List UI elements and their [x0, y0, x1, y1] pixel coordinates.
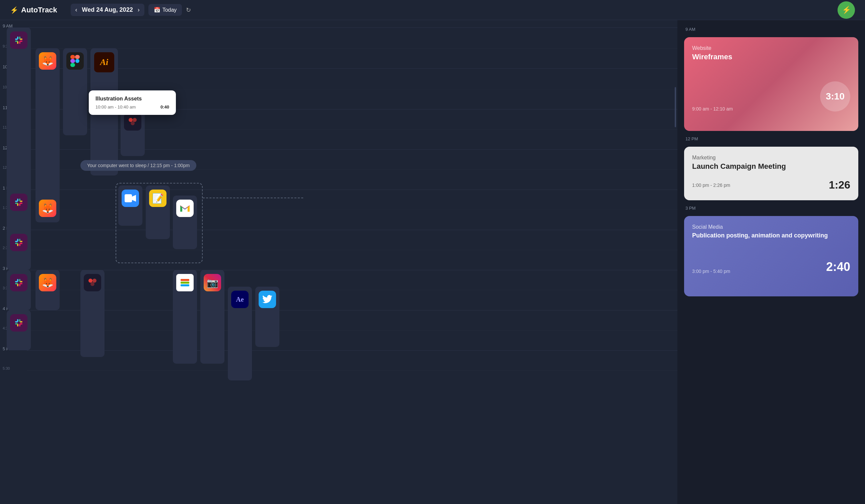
svg-rect-8: [70, 55, 75, 59]
event-category-social: Social Media: [692, 224, 850, 230]
header: ⚡ AutoTrack ‹ Wed 24 Aug, 2022 › 📅 Today…: [0, 0, 865, 20]
svg-point-43: [92, 279, 96, 283]
svg-rect-12: [70, 63, 75, 67]
calendar-icon: 📅: [154, 7, 160, 13]
app-block-slack3[interactable]: [7, 230, 31, 270]
svg-rect-53: [19, 319, 21, 322]
svg-rect-6: [17, 41, 19, 44]
app-block-slack5[interactable]: [7, 310, 31, 350]
refresh-button[interactable]: ↻: [186, 7, 191, 14]
svg-point-42: [89, 279, 92, 283]
app-block-asana[interactable]: [173, 270, 197, 364]
sleep-text: Your computer went to sleep / 12:15 pm -…: [87, 163, 189, 168]
ae-icon-1: Ae: [231, 291, 249, 308]
gmail-icon-1: [176, 200, 194, 217]
illustration-popup: Illustration Assets 10:00 am - 10:40 am …: [89, 91, 176, 115]
social-time-end: 5:40 pm: [713, 269, 730, 274]
svg-rect-23: [19, 203, 21, 206]
svg-rect-22: [17, 203, 19, 206]
marketing-footer: 1:00 pm - 2:26 pm 1:26: [692, 179, 850, 191]
firefox-icon-1: 🦊: [39, 52, 56, 70]
davinci-icon-2: [84, 274, 101, 291]
svg-rect-55: [19, 324, 21, 327]
next-date-button[interactable]: ›: [138, 7, 140, 13]
timeline[interactable]: 9 AM 9:30 10 AM 10:30 11 AM 11:30 12 PM …: [0, 20, 677, 504]
app-block-firefox1[interactable]: 🦊: [35, 48, 60, 209]
event-card-social[interactable]: Social Media Publication posting, animat…: [684, 216, 858, 296]
svg-point-15: [131, 121, 135, 125]
sleep-tooltip: Your computer went to sleep / 12:15 pm -…: [80, 160, 196, 171]
website-duration: 3:10: [820, 81, 850, 112]
slack-icon-1: [10, 32, 27, 49]
figma-icon-1: [66, 52, 84, 70]
twitter-icon-1: [258, 291, 276, 308]
app-block-twitter[interactable]: [255, 287, 279, 347]
svg-rect-46: [181, 282, 189, 284]
svg-rect-32: [17, 244, 19, 246]
social-duration: 2:40: [826, 260, 850, 274]
website-time-end: 12:10 am: [713, 106, 733, 112]
popup-time: 10:00 am - 10:40 am: [95, 105, 136, 109]
svg-rect-41: [19, 284, 21, 286]
app-block-ae[interactable]: Ae: [228, 287, 252, 380]
prev-date-button[interactable]: ‹: [76, 7, 77, 13]
svg-point-11: [76, 59, 79, 63]
event-card-website[interactable]: Website Wireframes 9:00 am - 12:10 am 3:…: [684, 37, 858, 131]
zoom-icon-1: [122, 189, 139, 207]
popup-title: Illustration Assets: [95, 96, 169, 102]
event-title-marketing: Launch Campaign Meeting: [692, 162, 850, 171]
today-button[interactable]: 📅 Today: [148, 4, 182, 16]
svg-rect-9: [75, 55, 80, 59]
right-time-12pm: 12 PM: [685, 136, 698, 141]
event-card-marketing[interactable]: Marketing Launch Campaign Meeting 1:00 p…: [684, 147, 858, 200]
time-label-530: 5:30: [3, 366, 23, 371]
main-content: 9 AM 9:30 10 AM 10:30 11 AM 11:30 12 PM …: [0, 20, 865, 504]
app-block-slack4[interactable]: [7, 270, 31, 310]
lightning-icon: ⚡: [10, 6, 19, 14]
website-time-start: 9:00 am: [692, 106, 709, 112]
app-block-instagram[interactable]: 📷: [200, 270, 224, 364]
svg-point-14: [132, 118, 137, 122]
popup-time-row: 10:00 am - 10:40 am 0:40: [95, 105, 169, 109]
firefox-icon-2: 🦊: [39, 200, 56, 217]
slack-icon-4: [10, 274, 27, 291]
instagram-icon-1: 📷: [204, 274, 221, 291]
app-name: AutoTrack: [21, 6, 57, 14]
dashed-connector: [203, 198, 303, 198]
asana-icon-1: [176, 274, 194, 291]
date-nav: ‹ Wed 24 Aug, 2022 › 📅 Today ↻: [71, 4, 191, 16]
event-category-website: Website: [692, 45, 850, 51]
svg-rect-38: [17, 279, 19, 282]
svg-rect-30: [17, 239, 19, 242]
right-panel: 9 AM Website Wireframes 9:00 am - 12:10 …: [677, 20, 865, 504]
firefox-icon-3: 🦊: [39, 274, 56, 291]
lightning-bolt-icon: ⚡: [842, 6, 851, 14]
ai-button[interactable]: ⚡: [838, 1, 855, 19]
svg-rect-33: [19, 244, 21, 246]
svg-rect-52: [17, 319, 19, 322]
davinci-icon-1: [124, 113, 141, 131]
app-block-davinci2[interactable]: [80, 270, 105, 357]
social-footer: 3:00 pm - 5:40 pm 2:40: [692, 260, 850, 274]
svg-rect-10: [70, 59, 75, 63]
app-block-gmail[interactable]: [173, 196, 197, 249]
app-block-figma1[interactable]: [63, 48, 87, 135]
logo: ⚡ AutoTrack: [10, 6, 57, 14]
app-block-firefox2[interactable]: 🦊: [35, 196, 60, 222]
slack-icon-5: [10, 314, 27, 331]
svg-rect-45: [181, 279, 189, 281]
event-footer-website: 9:00 am - 12:10 am 3:10: [692, 81, 850, 112]
marketing-time-end: 2:26 pm: [713, 183, 730, 188]
svg-point-13: [129, 118, 132, 122]
ai-icon-1: Ai: [94, 52, 114, 72]
social-time-start: 3:00 pm: [692, 269, 709, 274]
app-block-zoom[interactable]: [118, 186, 142, 226]
svg-rect-20: [17, 199, 19, 201]
event-category-marketing: Marketing: [692, 155, 850, 161]
app-block-firefox3[interactable]: 🦊: [35, 270, 60, 310]
event-title-website: Wireframes: [692, 52, 850, 61]
app-block-davinci1[interactable]: [120, 109, 145, 156]
slack-icon-2: [10, 194, 27, 211]
app-block-stickies[interactable]: 📝: [146, 186, 170, 239]
svg-rect-4: [17, 36, 19, 39]
